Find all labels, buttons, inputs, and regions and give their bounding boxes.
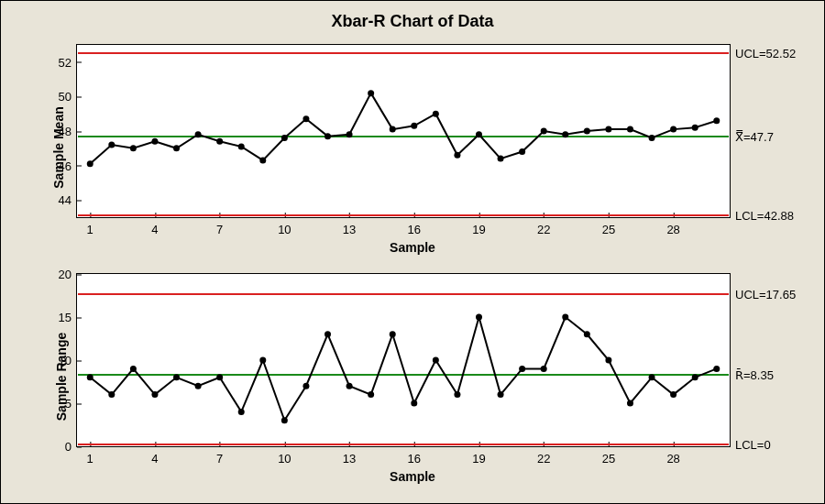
data-point: [151, 138, 158, 145]
data-point: [368, 391, 374, 398]
data-point: [649, 374, 655, 380]
reference-label: R̄=8.35: [735, 367, 774, 381]
x-tick: 10: [278, 217, 291, 236]
x-tick: 16: [408, 446, 421, 466]
y-tick: 15: [59, 311, 77, 324]
data-point: [670, 391, 676, 398]
y-tick: 48: [59, 125, 77, 138]
data-point: [216, 374, 223, 380]
data-point: [692, 125, 698, 131]
x-tick: 10: [278, 446, 291, 466]
data-point: [108, 142, 115, 148]
x-tick: 22: [537, 217, 550, 236]
data-point: [195, 383, 202, 389]
r-x-label: Sample: [390, 469, 435, 484]
x-tick: 19: [472, 217, 485, 236]
y-tick: 5: [65, 397, 77, 411]
data-point: [259, 157, 266, 163]
xbar-chart: Sample Mean Sample 444648505214710131619…: [12, 38, 813, 257]
reference-label: LCL=0: [735, 438, 771, 452]
data-point: [87, 374, 94, 380]
data-point: [130, 145, 137, 151]
data-point: [281, 417, 288, 423]
data-point: [302, 115, 309, 122]
x-tick: 7: [216, 446, 223, 466]
x-tick: 1: [87, 446, 94, 466]
data-point: [390, 331, 396, 337]
r-plot-area: 0510152014710131619222528UCL=17.65R̄=8.3…: [76, 273, 731, 447]
x-tick: 13: [343, 217, 356, 236]
data-point: [346, 383, 353, 389]
reference-label: UCL=17.65: [735, 288, 796, 301]
y-tick: 20: [59, 268, 77, 281]
data-point: [713, 117, 720, 124]
x-tick: 4: [151, 217, 158, 236]
data-point: [476, 131, 482, 137]
data-point: [605, 126, 611, 133]
data-point: [433, 357, 439, 364]
data-point: [324, 133, 331, 139]
data-point: [368, 90, 374, 96]
x-tick: 28: [666, 446, 679, 466]
data-point: [173, 374, 180, 380]
x-tick: 22: [537, 446, 550, 466]
data-point: [259, 357, 266, 364]
xbar-plot-area: 444648505214710131619222528UCL=52.52X̿=4…: [76, 44, 731, 218]
data-point: [390, 126, 396, 133]
r-chart: Sample Range Sample 05101520147101316192…: [12, 268, 813, 486]
data-point: [346, 131, 353, 137]
x-tick: 4: [151, 446, 158, 466]
data-point: [562, 131, 568, 137]
x-tick: 1: [87, 217, 94, 236]
x-tick: 7: [216, 217, 223, 236]
data-point: [519, 366, 525, 372]
data-point: [498, 391, 504, 398]
data-point: [627, 400, 633, 407]
data-point: [87, 160, 94, 167]
data-point: [692, 374, 698, 380]
data-point: [584, 128, 590, 135]
x-tick: 16: [408, 217, 421, 236]
xbar-x-label: Sample: [390, 240, 435, 255]
data-point: [281, 135, 288, 141]
data-point: [519, 148, 525, 155]
data-point: [130, 366, 137, 372]
y-tick: 44: [59, 193, 77, 207]
data-point: [238, 143, 245, 149]
data-point: [627, 126, 633, 133]
data-point: [216, 138, 223, 145]
data-point: [498, 156, 504, 162]
data-point: [605, 357, 611, 364]
xbar-y-label: Sample Mean: [51, 106, 66, 188]
reference-label: LCL=42.88: [735, 209, 794, 223]
x-tick: 25: [602, 446, 615, 466]
y-tick: 0: [65, 440, 77, 454]
data-point: [562, 314, 568, 321]
page-title: Xbar-R Chart of Data: [12, 8, 813, 38]
data-point: [670, 126, 676, 133]
data-point: [173, 145, 180, 151]
data-point: [151, 391, 158, 398]
data-point: [454, 391, 460, 398]
data-point: [649, 135, 655, 141]
data-point: [454, 152, 460, 159]
data-point: [324, 331, 331, 337]
y-tick: 50: [59, 90, 77, 104]
data-point: [302, 383, 309, 389]
data-series: [77, 274, 730, 446]
data-point: [108, 391, 115, 398]
data-series: [77, 45, 730, 217]
data-point: [476, 314, 482, 321]
x-tick: 25: [602, 217, 615, 236]
data-point: [433, 111, 439, 117]
x-tick: 13: [343, 446, 356, 466]
data-point: [238, 409, 245, 415]
data-point: [713, 366, 720, 372]
data-point: [195, 131, 202, 137]
data-point: [411, 123, 417, 129]
data-point: [584, 331, 590, 337]
reference-label: X̿=47.7: [735, 129, 774, 143]
y-tick: 46: [59, 159, 77, 172]
data-point: [541, 366, 547, 372]
data-point: [411, 400, 417, 407]
